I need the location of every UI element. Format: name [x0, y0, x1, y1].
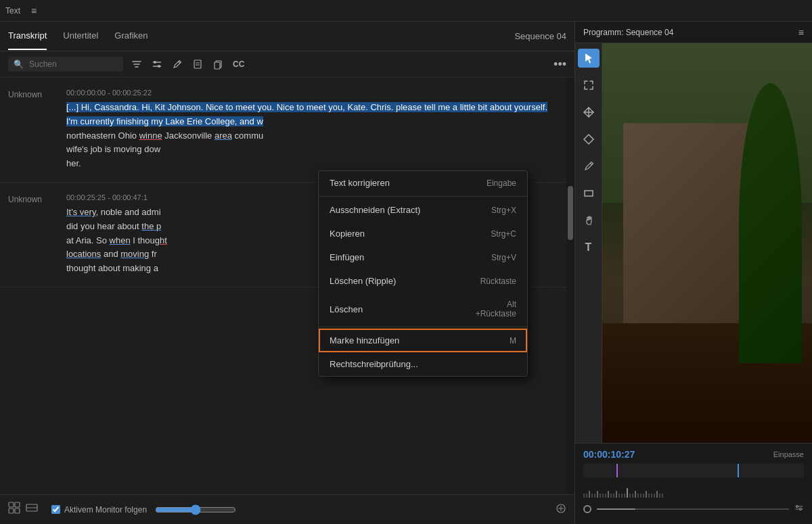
menu-item-einfuegen[interactable]: Einfügen Strg+V	[319, 245, 527, 269]
room-scene	[602, 43, 812, 443]
menu-label-einfuegen: Einfügen	[330, 252, 364, 262]
bottom-icon-grid[interactable]	[8, 502, 20, 517]
highlighted-text: [...] Hi, Cassandra. Hi, Kit Johnson. Ni…	[66, 102, 547, 126]
svg-point-20	[800, 508, 802, 510]
checkbox-row: Aktivem Monitor folgen	[51, 505, 147, 515]
scrollbar-track[interactable]	[566, 78, 574, 494]
svg-rect-10	[15, 502, 20, 507]
bottom-icon-list[interactable]	[26, 502, 38, 517]
top-bar-text-label: Text	[5, 6, 20, 16]
menu-label-loeschen-ripple: Löschen (Ripple)	[330, 276, 396, 286]
menu-label-rechtschreibung: Rechtschreibprüfung...	[330, 359, 418, 369]
toolbar: 🔍	[0, 51, 574, 78]
copy-icon[interactable]	[212, 59, 223, 70]
menu-item-ausschneiden[interactable]: Ausschneiden (Extract) Strg+X	[319, 198, 527, 222]
menu-item-text-korrigieren[interactable]: Text korrigieren Eingabe	[319, 171, 527, 195]
menu-item-rechtschreibung[interactable]: Rechtschreibprüfung...	[319, 352, 527, 376]
timeline-slider-fill	[597, 508, 635, 510]
right-toolbar: T	[575, 43, 602, 443]
menu-divider-1	[319, 196, 527, 197]
slider-area	[155, 503, 566, 517]
settings-icon[interactable]	[556, 503, 566, 517]
search-input[interactable]	[29, 59, 118, 69]
menu-label-text-korrigieren: Text korrigieren	[330, 178, 390, 188]
more-icon[interactable]: •••	[554, 57, 566, 72]
right-header: Programm: Sequence 04 ≡	[575, 22, 812, 43]
edit-icon[interactable]	[172, 59, 183, 70]
timeline-timecode-row: 00:00:10:27 Einpasse	[583, 449, 804, 460]
sequence-label: Sequence 04	[514, 31, 566, 41]
content-slider[interactable]	[155, 504, 236, 515]
menu-shortcut-ausschneiden: Strg+X	[491, 206, 516, 215]
menu-shortcut-einfuegen: Strg+V	[491, 253, 516, 262]
transcript-block-1: Unknown 00:00:00:00 - 00:00:25:22 [...] …	[0, 78, 566, 183]
context-menu: Text korrigieren Eingabe Ausschneiden (E…	[318, 170, 528, 377]
top-bar-menu-icon[interactable]: ≡	[31, 5, 37, 16]
rect-icon[interactable]	[578, 184, 600, 203]
svg-rect-9	[9, 502, 14, 507]
video-preview	[602, 43, 812, 443]
svg-point-3	[158, 65, 160, 68]
filter-icon[interactable]	[131, 59, 142, 70]
move-icon[interactable]	[578, 103, 600, 122]
timeline-settings-icon[interactable]	[794, 503, 804, 515]
menu-item-loeschen[interactable]: Löschen Alt+Rücktaste	[319, 293, 527, 325]
svg-rect-11	[9, 508, 14, 513]
right-header-title: Programm: Sequence 04	[583, 28, 673, 37]
adjust-icon[interactable]	[152, 59, 162, 70]
menu-shortcut-text-korrigieren: Eingabe	[487, 178, 516, 188]
right-header-menu-icon[interactable]: ≡	[798, 27, 804, 38]
timeline-slider-row	[583, 503, 804, 515]
timeline-playhead[interactable]	[583, 505, 591, 513]
tab-transkript[interactable]: Transkript	[8, 22, 47, 50]
menu-label-ausschneiden: Ausschneiden (Extract)	[330, 205, 420, 215]
svg-rect-12	[15, 508, 20, 513]
cc-icon[interactable]: CC	[233, 59, 244, 69]
monitor-checkbox[interactable]	[51, 505, 60, 514]
tab-untertitel[interactable]: Untertitel	[63, 22, 98, 50]
menu-item-kopieren[interactable]: Kopieren Strg+C	[319, 222, 527, 245]
doc-icon[interactable]	[192, 59, 203, 70]
right-content: T	[575, 43, 812, 443]
search-box[interactable]: 🔍	[8, 57, 123, 72]
left-panel: Transkript Untertitel Grafiken Sequence …	[0, 22, 575, 524]
menu-label-kopieren: Kopieren	[330, 229, 365, 239]
top-bar: Text ≡	[0, 0, 812, 22]
timeline-slider[interactable]	[597, 508, 789, 510]
timeline-area: 00:00:10:27 Einpasse	[575, 443, 812, 524]
transcript-content-1: 00:00:00:00 - 00:00:25:22 [...] Hi, Cass…	[66, 89, 558, 171]
menu-divider-2	[319, 327, 527, 327]
timestamp-1: 00:00:00:00 - 00:00:25:22	[66, 89, 558, 97]
timecode-display: 00:00:10:27	[583, 449, 635, 460]
svg-rect-4	[194, 60, 201, 68]
right-panel: Programm: Sequence 04 ≡	[575, 22, 812, 524]
text-tool-icon[interactable]: T	[578, 238, 600, 257]
diamond-icon[interactable]	[578, 130, 600, 149]
tab-grafiken[interactable]: Grafiken	[114, 22, 148, 50]
room-plant	[739, 83, 802, 363]
search-icon: 🔍	[14, 59, 24, 69]
pen-icon[interactable]	[578, 157, 600, 176]
timeline-ruler[interactable]	[583, 464, 804, 477]
tabs-bar: Transkript Untertitel Grafiken Sequence …	[0, 22, 574, 51]
speaker-label-1: Unknown	[8, 89, 55, 171]
einpassen-label: Einpasse	[773, 450, 804, 458]
scrollbar-thumb[interactable]	[568, 186, 573, 240]
timeline-marker-blue	[738, 464, 739, 477]
menu-shortcut-kopieren: Strg+C	[491, 229, 516, 239]
checkbox-label: Aktivem Monitor folgen	[64, 505, 147, 515]
menu-shortcut-marke: M	[510, 336, 516, 346]
bottom-bar: Aktivem Monitor folgen	[0, 494, 574, 524]
tick-row	[583, 481, 804, 498]
menu-label-loeschen: Löschen	[330, 304, 363, 314]
menu-shortcut-loeschen: Alt+Rücktaste	[476, 300, 516, 318]
timeline-marker-purple	[616, 464, 618, 477]
cursor-tool-icon[interactable]	[578, 49, 600, 68]
menu-item-loeschen-ripple[interactable]: Löschen (Ripple) Rücktaste	[319, 269, 527, 293]
menu-label-marke: Marke hinzufügen	[330, 335, 399, 346]
transcript-text-1[interactable]: [...] Hi, Cassandra. Hi, Kit Johnson. Ni…	[66, 101, 558, 171]
hand-icon[interactable]	[578, 211, 600, 230]
expand-icon[interactable]	[578, 76, 600, 95]
svg-rect-8	[215, 62, 220, 69]
menu-item-marke[interactable]: Marke hinzufügen M	[319, 329, 527, 352]
